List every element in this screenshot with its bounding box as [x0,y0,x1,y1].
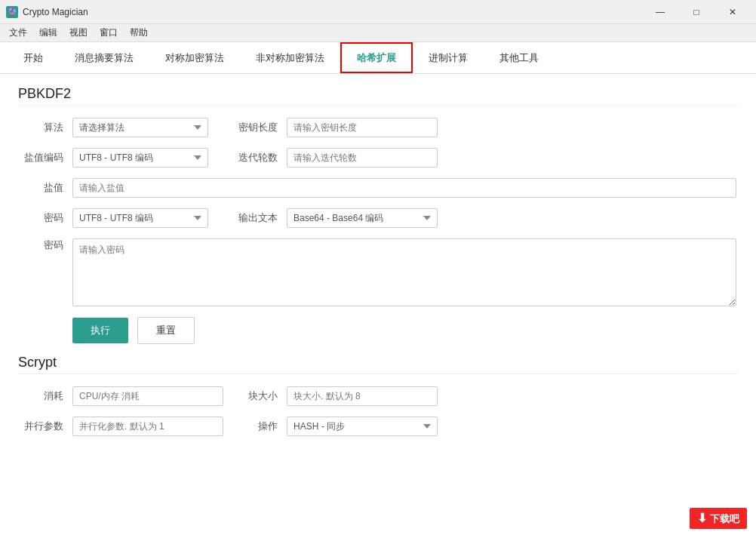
tab-asymmetric[interactable]: 非对称加密算法 [240,42,340,73]
tab-start[interactable]: 开始 [8,42,59,73]
main-content: PBKDF2 算法 请选择算法 密钥长度 盐值编码 UTF8 - UTF8 编码… [0,74,756,538]
output-text-select[interactable]: Base64 - Base64 编码 [287,208,438,228]
block-size-input[interactable] [287,386,438,406]
parallel-label: 并行参数 [18,420,63,433]
algorithm-label: 算法 [18,121,63,134]
pbkdf2-row-salt-encoding: 盐值编码 UTF8 - UTF8 编码 迭代轮数 [18,148,738,168]
watermark: ⬇ 下载吧 [690,508,747,529]
close-button[interactable]: ✕ [715,0,750,24]
salt-input[interactable] [72,178,736,198]
password-encoding-label: 密码 [18,211,63,225]
pbkdf2-row-password-encoding: 密码 UTF8 - UTF8 编码 输出文本 Base64 - Base64 编… [18,208,738,228]
pbkdf2-row-salt: 盐值 [18,178,738,198]
block-size-label: 块大小 [232,389,278,403]
menu-edit[interactable]: 编辑 [33,25,63,41]
salt-encoding-label: 盐值编码 [18,151,63,164]
scrypt-row-cpu: 消耗 块大小 [18,386,738,406]
cpu-input[interactable] [72,386,223,406]
password-textarea-label: 密码 [18,238,63,252]
tab-bar: 开始 消息摘要算法 对称加密算法 非对称加密算法 哈希扩展 进制计算 其他工具 [0,42,756,74]
pbkdf2-row-password-textarea: 密码 [18,238,738,306]
salt-label: 盐值 [18,181,63,195]
watermark-text: ⬇ 下载吧 [690,508,747,529]
tab-symmetric[interactable]: 对称加密算法 [149,42,240,73]
title-bar: 🔮 Crypto Magician — □ ✕ [0,0,756,24]
output-text-label: 输出文本 [217,211,278,225]
key-length-label: 密钥长度 [217,121,278,134]
window-controls: — □ ✕ [643,0,750,24]
reset-button[interactable]: 重置 [137,317,195,344]
iteration-input[interactable] [287,148,438,168]
parallel-input[interactable] [72,417,223,436]
scrypt-row-parallel: 并行参数 操作 HASH - 同步 [18,417,738,436]
watermark-label: 下载吧 [710,513,739,524]
menu-bar: 文件 编辑 视图 窗口 帮助 [0,24,756,42]
salt-encoding-select[interactable]: UTF8 - UTF8 编码 [72,148,208,168]
menu-view[interactable]: 视图 [63,25,94,41]
minimize-button[interactable]: — [643,0,678,24]
scrypt-section-title: Scrypt [18,355,738,374]
app-title: Crypto Magician [23,7,643,17]
pbkdf2-row-algorithm: 算法 请选择算法 密钥长度 [18,118,738,137]
operation-select[interactable]: HASH - 同步 [287,417,438,436]
tab-other[interactable]: 其他工具 [484,42,555,73]
menu-help[interactable]: 帮助 [124,25,154,41]
cpu-label: 消耗 [18,389,63,403]
password-encoding-select[interactable]: UTF8 - UTF8 编码 [72,208,208,228]
operation-label: 操作 [232,420,278,433]
pbkdf2-section-title: PBKDF2 [18,86,738,106]
pbkdf2-actions: 执行 重置 [72,317,738,344]
algorithm-select[interactable]: 请选择算法 [72,118,208,137]
key-length-input[interactable] [287,118,438,137]
maximize-button[interactable]: □ [679,0,714,24]
execute-button[interactable]: 执行 [72,318,128,343]
iteration-label: 迭代轮数 [217,151,278,164]
menu-file[interactable]: 文件 [3,25,33,41]
app-icon: 🔮 [6,6,18,18]
menu-window[interactable]: 窗口 [94,25,124,41]
password-textarea[interactable] [72,238,736,306]
tab-digest[interactable]: 消息摘要算法 [59,42,149,73]
tab-hash-ext[interactable]: 哈希扩展 [340,42,413,73]
tab-radix[interactable]: 进制计算 [413,42,484,73]
